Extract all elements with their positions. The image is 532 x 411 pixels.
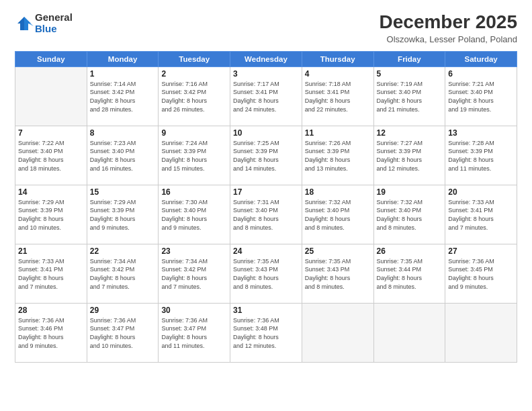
day-number: 4 — [305, 69, 371, 79]
logo: General Blue — [15, 12, 73, 34]
cell-info: Sunrise: 7:19 AMSunset: 3:40 PMDaylight:… — [377, 80, 443, 113]
day-number: 23 — [161, 246, 227, 256]
cell-info: Sunrise: 7:32 AMSunset: 3:40 PMDaylight:… — [305, 198, 371, 232]
day-number: 8 — [90, 128, 156, 138]
header-tuesday: Tuesday — [159, 51, 230, 66]
cell-info: Sunrise: 7:35 AMSunset: 3:43 PMDaylight:… — [305, 257, 371, 291]
cell-info: Sunrise: 7:35 AMSunset: 3:43 PMDaylight:… — [233, 257, 299, 291]
day-number: 21 — [18, 246, 84, 256]
day-number: 29 — [90, 306, 156, 315]
calendar-week-row: 21Sunrise: 7:33 AMSunset: 3:41 PMDayligh… — [15, 244, 517, 303]
table-row: 22Sunrise: 7:34 AMSunset: 3:42 PMDayligh… — [87, 244, 159, 303]
table-row — [302, 303, 373, 362]
day-number: 28 — [18, 306, 84, 315]
table-row — [15, 66, 87, 126]
page: General Blue December 2025 Olszowka, Les… — [0, 0, 532, 411]
cell-info: Sunrise: 7:31 AMSunset: 3:40 PMDaylight:… — [233, 198, 299, 232]
day-number: 16 — [161, 187, 227, 197]
cell-info: Sunrise: 7:32 AMSunset: 3:40 PMDaylight:… — [377, 198, 443, 232]
table-row: 26Sunrise: 7:35 AMSunset: 3:44 PMDayligh… — [373, 244, 445, 303]
cell-info: Sunrise: 7:34 AMSunset: 3:42 PMDaylight:… — [90, 257, 156, 291]
table-row: 9Sunrise: 7:24 AMSunset: 3:39 PMDaylight… — [159, 126, 230, 185]
logo-blue-text: Blue — [35, 24, 73, 35]
calendar-week-row: 14Sunrise: 7:29 AMSunset: 3:39 PMDayligh… — [15, 185, 517, 244]
day-number: 31 — [233, 306, 299, 315]
header-saturday: Saturday — [445, 51, 517, 66]
day-number: 2 — [161, 69, 227, 79]
table-row: 27Sunrise: 7:36 AMSunset: 3:45 PMDayligh… — [445, 244, 517, 303]
cell-info: Sunrise: 7:17 AMSunset: 3:41 PMDaylight:… — [233, 80, 299, 113]
header-friday: Friday — [373, 51, 445, 66]
calendar-table: Sunday Monday Tuesday Wednesday Thursday… — [15, 51, 517, 363]
cell-info: Sunrise: 7:26 AMSunset: 3:39 PMDaylight:… — [305, 139, 371, 173]
table-row: 20Sunrise: 7:33 AMSunset: 3:41 PMDayligh… — [445, 185, 517, 244]
cell-info: Sunrise: 7:35 AMSunset: 3:44 PMDaylight:… — [377, 257, 443, 291]
table-row: 11Sunrise: 7:26 AMSunset: 3:39 PMDayligh… — [302, 126, 373, 185]
cell-info: Sunrise: 7:34 AMSunset: 3:42 PMDaylight:… — [161, 257, 227, 291]
table-row: 24Sunrise: 7:35 AMSunset: 3:43 PMDayligh… — [230, 244, 302, 303]
table-row: 12Sunrise: 7:27 AMSunset: 3:39 PMDayligh… — [373, 126, 445, 185]
cell-info: Sunrise: 7:21 AMSunset: 3:40 PMDaylight:… — [448, 80, 514, 113]
day-number: 11 — [305, 128, 371, 138]
cell-info: Sunrise: 7:29 AMSunset: 3:39 PMDaylight:… — [18, 198, 84, 232]
calendar-header-row: Sunday Monday Tuesday Wednesday Thursday… — [15, 51, 517, 66]
logo-text: General Blue — [35, 12, 73, 34]
header-sunday: Sunday — [15, 51, 87, 66]
table-row: 31Sunrise: 7:36 AMSunset: 3:48 PMDayligh… — [230, 303, 302, 362]
day-number: 13 — [448, 128, 514, 138]
cell-info: Sunrise: 7:33 AMSunset: 3:41 PMDaylight:… — [18, 257, 84, 291]
table-row: 3Sunrise: 7:17 AMSunset: 3:41 PMDaylight… — [230, 66, 302, 126]
day-number: 26 — [377, 246, 443, 256]
table-row: 25Sunrise: 7:35 AMSunset: 3:43 PMDayligh… — [302, 244, 373, 303]
title-block: December 2025 Olszowka, Lesser Poland, P… — [380, 12, 517, 44]
cell-info: Sunrise: 7:16 AMSunset: 3:42 PMDaylight:… — [161, 80, 227, 113]
logo-icon — [15, 14, 34, 33]
table-row: 4Sunrise: 7:18 AMSunset: 3:41 PMDaylight… — [302, 66, 373, 126]
cell-info: Sunrise: 7:14 AMSunset: 3:42 PMDaylight:… — [90, 80, 156, 113]
table-row — [373, 303, 445, 362]
table-row: 2Sunrise: 7:16 AMSunset: 3:42 PMDaylight… — [159, 66, 230, 126]
day-number: 24 — [233, 246, 299, 256]
cell-info: Sunrise: 7:24 AMSunset: 3:39 PMDaylight:… — [161, 139, 227, 173]
cell-info: Sunrise: 7:23 AMSunset: 3:40 PMDaylight:… — [90, 139, 156, 173]
table-row: 15Sunrise: 7:29 AMSunset: 3:39 PMDayligh… — [87, 185, 159, 244]
cell-info: Sunrise: 7:36 AMSunset: 3:47 PMDaylight:… — [161, 316, 227, 350]
table-row: 5Sunrise: 7:19 AMSunset: 3:40 PMDaylight… — [373, 66, 445, 126]
cell-info: Sunrise: 7:28 AMSunset: 3:39 PMDaylight:… — [448, 139, 514, 173]
logo-general-text: General — [35, 12, 73, 24]
day-number: 5 — [377, 69, 443, 79]
cell-info: Sunrise: 7:36 AMSunset: 3:47 PMDaylight:… — [90, 316, 156, 350]
calendar-week-row: 1Sunrise: 7:14 AMSunset: 3:42 PMDaylight… — [15, 66, 517, 126]
location: Olszowka, Lesser Poland, Poland — [380, 34, 517, 44]
day-number: 12 — [377, 128, 443, 138]
table-row: 17Sunrise: 7:31 AMSunset: 3:40 PMDayligh… — [230, 185, 302, 244]
table-row: 1Sunrise: 7:14 AMSunset: 3:42 PMDaylight… — [87, 66, 159, 126]
table-row: 8Sunrise: 7:23 AMSunset: 3:40 PMDaylight… — [87, 126, 159, 185]
cell-info: Sunrise: 7:29 AMSunset: 3:39 PMDaylight:… — [90, 198, 156, 232]
cell-info: Sunrise: 7:33 AMSunset: 3:41 PMDaylight:… — [448, 198, 514, 232]
day-number: 10 — [233, 128, 299, 138]
table-row: 13Sunrise: 7:28 AMSunset: 3:39 PMDayligh… — [445, 126, 517, 185]
day-number: 3 — [233, 69, 299, 79]
table-row: 14Sunrise: 7:29 AMSunset: 3:39 PMDayligh… — [15, 185, 87, 244]
table-row: 19Sunrise: 7:32 AMSunset: 3:40 PMDayligh… — [373, 185, 445, 244]
table-row: 10Sunrise: 7:25 AMSunset: 3:39 PMDayligh… — [230, 126, 302, 185]
calendar-week-row: 28Sunrise: 7:36 AMSunset: 3:46 PMDayligh… — [15, 303, 517, 362]
day-number: 15 — [90, 187, 156, 197]
cell-info: Sunrise: 7:36 AMSunset: 3:48 PMDaylight:… — [233, 316, 299, 350]
cell-info: Sunrise: 7:30 AMSunset: 3:40 PMDaylight:… — [161, 198, 227, 232]
day-number: 19 — [377, 187, 443, 197]
table-row — [445, 303, 517, 362]
day-number: 17 — [233, 187, 299, 197]
header-monday: Monday — [87, 51, 159, 66]
day-number: 7 — [18, 128, 84, 138]
day-number: 25 — [305, 246, 371, 256]
calendar-week-row: 7Sunrise: 7:22 AMSunset: 3:40 PMDaylight… — [15, 126, 517, 185]
day-number: 9 — [161, 128, 227, 138]
month-title: December 2025 — [380, 12, 517, 33]
day-number: 20 — [448, 187, 514, 197]
cell-info: Sunrise: 7:36 AMSunset: 3:46 PMDaylight:… — [18, 316, 84, 350]
day-number: 22 — [90, 246, 156, 256]
table-row: 16Sunrise: 7:30 AMSunset: 3:40 PMDayligh… — [159, 185, 230, 244]
cell-info: Sunrise: 7:25 AMSunset: 3:39 PMDaylight:… — [233, 139, 299, 173]
